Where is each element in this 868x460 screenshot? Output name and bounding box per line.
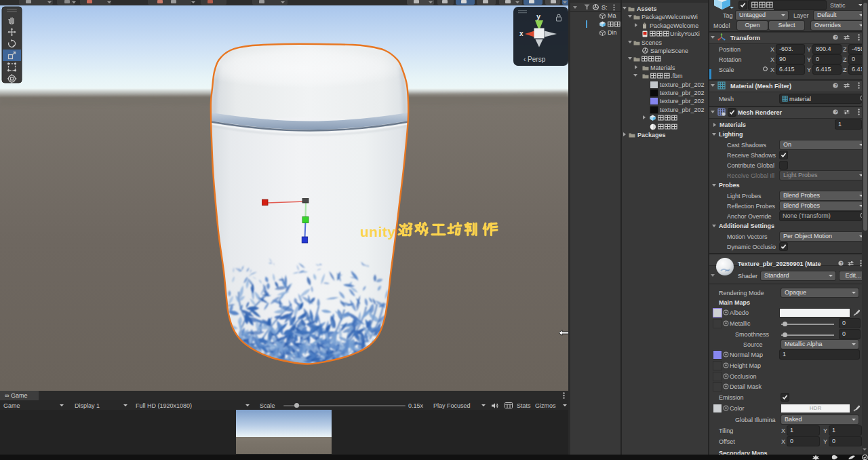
svg-text:?: ?	[840, 261, 843, 265]
svg-text:unity: unity	[360, 224, 396, 239]
svg-text:?: ?	[835, 35, 837, 39]
svg-text:x: x	[519, 30, 524, 37]
svg-text:‹ Persp: ‹ Persp	[524, 56, 546, 63]
svg-text:?: ?	[835, 109, 837, 114]
svg-text:y: y	[536, 12, 541, 20]
svg-text:?: ?	[835, 83, 837, 88]
